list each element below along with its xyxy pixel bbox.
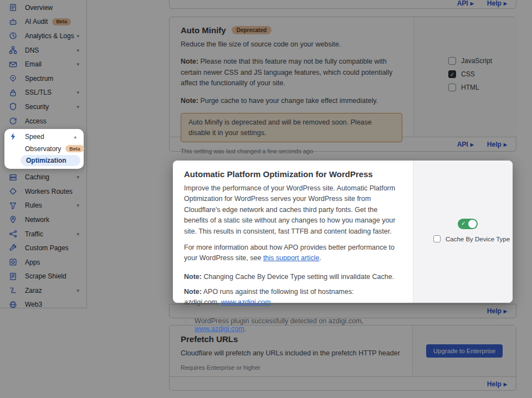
sidebar-item-label: Observatory — [25, 145, 61, 153]
sidebar-item-label: Speed — [25, 133, 44, 141]
check-icon: ✓ — [461, 220, 466, 226]
apo-card: Automatic Platform Optimization for Word… — [173, 161, 513, 303]
support-article-link[interactable]: this support article — [263, 254, 319, 262]
note-2: Note: APO runs against the following lis… — [184, 287, 402, 308]
cache-by-device-type-checkbox[interactable] — [433, 235, 441, 242]
sidebar-item-observatory[interactable]: Observatory Beta — [4, 143, 84, 154]
speed-popout: Speed ▴ Observatory Beta Optimization — [4, 129, 84, 169]
hostname-link[interactable]: www.azdigi.com — [195, 325, 244, 333]
sidebar-item-optimization-active[interactable]: Optimization — [21, 155, 80, 166]
hostnames-text: azdigi.com, — [184, 298, 221, 306]
card-title: Automatic Platform Optimization for Word… — [184, 169, 402, 179]
check-icon: ✓ — [184, 317, 190, 325]
apo-toggle[interactable]: ✓ — [458, 219, 478, 229]
hostname-link[interactable]: www.azdigi.com — [221, 298, 271, 306]
sidebar-item-speed[interactable]: Speed ▴ — [4, 130, 84, 143]
bolt-icon — [9, 132, 17, 141]
note-1: Note: Changing Cache By Device Type sett… — [184, 272, 402, 282]
plugin-detected-row: ✓ WordPress plugin successfully detected… — [184, 317, 402, 333]
cache-by-device-type-row[interactable]: Cache By Device Type — [433, 235, 510, 242]
apo-description: Improve the performance of your WordPres… — [184, 183, 402, 237]
apo-more-info: For more information about how APO provi… — [184, 242, 402, 264]
apo-controls-column: ✓ Cache By Device Type — [413, 161, 513, 303]
chevron-up-icon: ▴ — [74, 134, 76, 139]
sidebar-item-label: Optimization — [26, 157, 66, 164]
beta-badge: Beta — [65, 145, 84, 152]
